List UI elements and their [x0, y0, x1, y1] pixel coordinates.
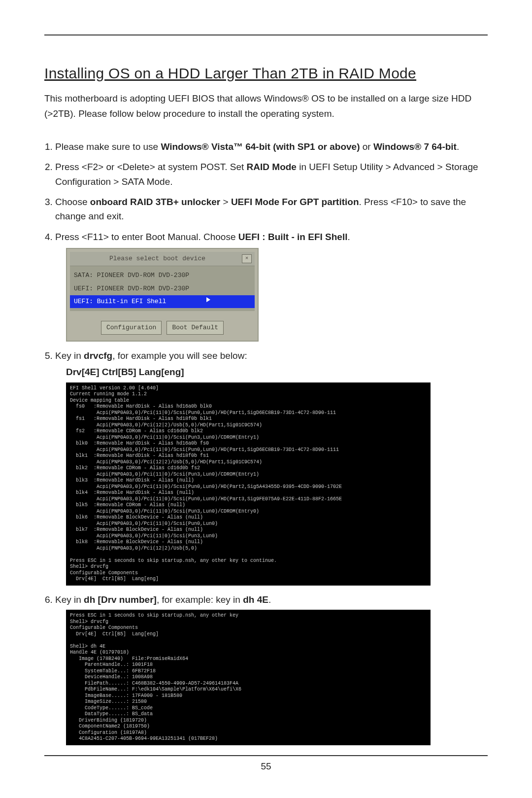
step-6: Key in dh [Drv number], for example: key… — [55, 592, 488, 745]
boot-dialog-buttons: Configuration Boot Default — [70, 311, 255, 338]
efi-shell-screenshot-2: Press ESC in 1 seconds to skip startup.n… — [66, 610, 431, 745]
boot-option-list: SATA: PIONEER DVD-ROM DVD-230P UEFI: PIO… — [70, 266, 255, 311]
boot-default-button: Boot Default — [166, 321, 224, 335]
drvcfg-output-line: Drv[4E] Ctrl[B5] Lang[eng] — [66, 365, 488, 379]
boot-dialog-header: Please select boot device × — [70, 252, 255, 266]
page-number: 55 — [44, 761, 488, 772]
configuration-button: Configuration — [101, 321, 162, 335]
steps-list: Please make sure to use Windows® Vista™ … — [44, 139, 488, 745]
step-3: Choose onboard RAID 3TB+ unlocker > UEFI… — [55, 195, 488, 224]
boot-device-screenshot: Please select boot device × SATA: PIONEE… — [66, 248, 259, 342]
boot-option-uefi-dvd: UEFI: PIONEER DVD-ROM DVD-230P — [70, 282, 255, 295]
step-5: Key in drvcfg, for example you will see … — [55, 348, 488, 586]
boot-option-uefi-shell: UEFI: Built-in EFI Shell — [70, 295, 255, 308]
step-2: Press <F2> or <Delete> at system POST. S… — [55, 160, 488, 189]
boot-dialog-title: Please select boot device — [73, 254, 242, 264]
page-title: Installing OS on a HDD Larger Than 2TB i… — [44, 65, 488, 82]
bottom-rule — [44, 755, 488, 756]
top-rule — [44, 35, 488, 35]
step-1: Please make sure to use Windows® Vista™ … — [55, 139, 488, 154]
intro-paragraph: This motherboard is adopting UEFI BIOS t… — [44, 91, 488, 122]
close-icon: × — [242, 254, 252, 263]
efi-shell-screenshot-1: EFI Shell version 2.00 [4.640] Current r… — [66, 382, 431, 586]
boot-option-sata: SATA: PIONEER DVD-ROM DVD-230P — [70, 269, 255, 282]
step-4: Press <F11> to enter Boot Manual. Choose… — [55, 230, 488, 342]
